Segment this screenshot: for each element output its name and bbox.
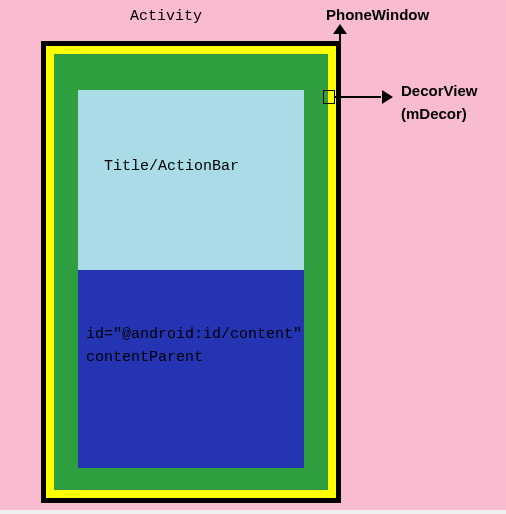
decor-view-box: Title/ActionBar id="@android:id/content"… [54, 54, 328, 490]
decor-view-arrow-icon [323, 88, 393, 106]
activity-container: Activity PhoneWindow Title/ActionBar id=… [0, 0, 506, 510]
title-action-bar-box: Title/ActionBar [78, 90, 304, 270]
activity-label: Activity [130, 8, 202, 25]
content-id-label: id="@android:id/content" [86, 324, 304, 347]
decor-view-label: DecorView (mDecor) [401, 80, 477, 125]
content-parent-box: id="@android:id/content" contentParent [78, 270, 304, 468]
title-action-bar-label: Title/ActionBar [104, 158, 239, 175]
decor-view-label-line1: DecorView [401, 80, 477, 103]
content-parent-label: contentParent [86, 347, 304, 370]
phone-window-label: PhoneWindow [326, 6, 429, 23]
phone-window-box: Title/ActionBar id="@android:id/content"… [41, 41, 341, 503]
decor-view-label-line2: (mDecor) [401, 103, 477, 126]
